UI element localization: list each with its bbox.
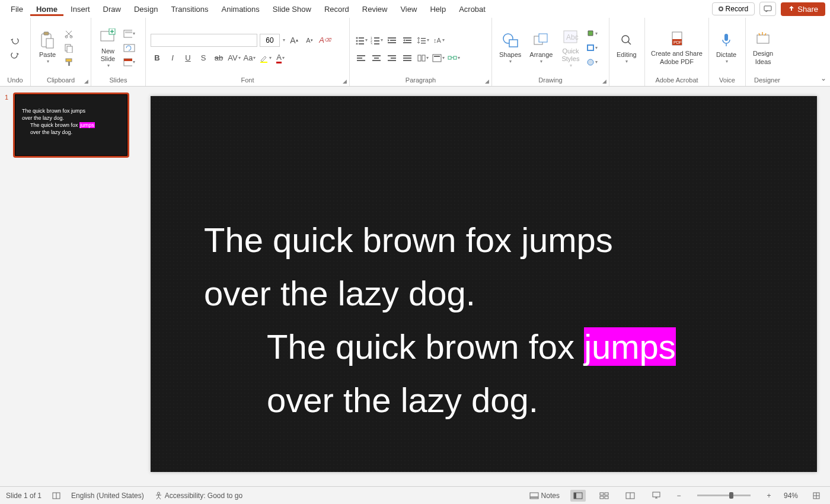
zoom-slider-thumb[interactable] — [729, 492, 733, 499]
shape-fill-button[interactable]: ▾ — [586, 28, 598, 40]
copy-button[interactable] — [63, 42, 75, 54]
shape-effects-button[interactable]: ▾ — [586, 56, 598, 68]
align-text-button[interactable]: ▾ — [432, 52, 445, 65]
status-book-icon[interactable] — [52, 492, 60, 500]
menubar: File Home Insert Draw Design Transitions… — [0, 0, 830, 18]
strike-button[interactable]: ab — [212, 52, 225, 65]
svg-rect-16 — [260, 62, 267, 63]
reset-button[interactable] — [123, 42, 135, 54]
menu-design[interactable]: Design — [128, 2, 164, 16]
slide-editor-area[interactable]: The quick brown fox jumps over the lazy … — [138, 87, 830, 486]
fit-window-button[interactable] — [809, 490, 824, 502]
justify-button[interactable] — [401, 52, 414, 65]
font-size-chevron-down-icon[interactable]: ▾ — [283, 37, 285, 43]
reading-view-button[interactable] — [622, 490, 638, 502]
status-slide-number[interactable]: Slide 1 of 1 — [6, 492, 42, 500]
shape-outline-button[interactable]: ▾ — [586, 42, 598, 54]
paste-button[interactable]: Paste ▾ — [36, 30, 59, 66]
numbering-button[interactable]: 123▾ — [370, 34, 383, 47]
menu-draw[interactable]: Draw — [97, 2, 127, 16]
menu-record[interactable]: Record — [318, 2, 355, 16]
clipboard-dialog-launcher[interactable]: ◢ — [82, 78, 90, 85]
char-spacing-button[interactable]: AV▾ — [228, 52, 241, 65]
design-ideas-button[interactable]: Design Ideas — [751, 28, 775, 66]
slide-thumbnail-1[interactable]: The quick brown fox jumps over the lazy … — [13, 92, 129, 158]
arrange-icon — [532, 31, 551, 50]
create-pdf-button[interactable]: PDF Create and Share Adobe PDF — [650, 28, 704, 66]
bullets-button[interactable]: ▾ — [355, 34, 368, 47]
align-right-button[interactable] — [385, 52, 398, 65]
format-painter-button[interactable] — [63, 56, 75, 68]
menu-file[interactable]: File — [5, 2, 29, 16]
columns-button[interactable]: ▾ — [416, 52, 429, 65]
dictate-button[interactable]: Dictate▾ — [714, 30, 739, 66]
menu-review[interactable]: Review — [356, 2, 394, 16]
svg-rect-12 — [125, 31, 132, 33]
svg-rect-46 — [391, 58, 396, 59]
new-slide-button[interactable]: New Slide ▾ — [96, 26, 120, 70]
menu-help[interactable]: Help — [424, 2, 452, 16]
increase-indent-button[interactable] — [401, 34, 414, 47]
font-size-input[interactable] — [260, 34, 280, 47]
status-language[interactable]: English (United States) — [71, 492, 144, 500]
italic-button[interactable]: I — [166, 52, 179, 65]
svg-point-21 — [356, 43, 357, 44]
align-center-button[interactable] — [370, 52, 383, 65]
shadow-button[interactable]: S — [197, 52, 210, 65]
section-button[interactable]: ▾ — [123, 56, 135, 68]
slide-textbox[interactable]: The quick brown fox jumps over the lazy … — [204, 213, 781, 427]
status-accessibility[interactable]: Accessibility: Good to go — [155, 492, 242, 500]
normal-view-button[interactable] — [570, 490, 586, 502]
font-name-input[interactable] — [151, 34, 257, 47]
collapse-ribbon-button[interactable]: ⌄ — [821, 74, 826, 82]
comments-button[interactable] — [759, 2, 776, 16]
menu-insert[interactable]: Insert — [65, 2, 96, 16]
decrease-font-button[interactable]: A▾ — [303, 34, 316, 47]
notes-button[interactable]: Notes — [529, 492, 560, 500]
drawing-dialog-launcher[interactable]: ◢ — [601, 78, 608, 85]
zoom-in-button[interactable]: + — [765, 492, 773, 500]
text-direction-button[interactable]: ↕A▾ — [432, 34, 445, 47]
thumbnail-pane[interactable]: 1 The quick brown fox jumps over the laz… — [0, 87, 138, 486]
font-color-button[interactable]: A▾ — [274, 52, 287, 65]
underline-button[interactable]: U — [181, 52, 194, 65]
zoom-percent[interactable]: 94% — [784, 492, 798, 500]
increase-font-button[interactable]: A▴ — [288, 34, 301, 47]
menu-animations[interactable]: Animations — [216, 2, 266, 16]
align-left-button[interactable] — [355, 52, 368, 65]
sorter-view-button[interactable] — [596, 490, 612, 502]
cut-button[interactable] — [63, 28, 75, 40]
record-button[interactable]: Record — [712, 2, 755, 15]
share-button[interactable]: Share — [781, 2, 825, 16]
layout-button[interactable]: ▾ — [123, 28, 135, 40]
smartart-button[interactable]: ▾ — [447, 52, 460, 65]
redo-button[interactable] — [9, 49, 21, 61]
comment-icon — [764, 5, 772, 12]
arrange-button[interactable]: Arrange▾ — [527, 30, 555, 66]
change-case-button[interactable]: Aa▾ — [243, 52, 256, 65]
menu-home[interactable]: Home — [30, 2, 63, 16]
zoom-out-button[interactable]: − — [675, 492, 683, 500]
menu-slideshow[interactable]: Slide Show — [267, 2, 317, 16]
undo-button[interactable] — [9, 35, 21, 47]
svg-rect-26 — [374, 40, 379, 42]
line-spacing-button[interactable]: ▾ — [416, 34, 429, 47]
slide-canvas[interactable]: The quick brown fox jumps over the lazy … — [151, 96, 817, 472]
shapes-button[interactable]: Shapes▾ — [497, 30, 523, 66]
menu-acrobat[interactable]: Acrobat — [453, 2, 491, 16]
editing-button[interactable]: Editing▾ — [614, 30, 639, 66]
zoom-slider[interactable] — [697, 495, 751, 496]
svg-rect-63 — [588, 45, 593, 50]
decrease-indent-button[interactable] — [385, 34, 398, 47]
slideshow-view-button[interactable] — [649, 490, 664, 502]
svg-rect-11 — [124, 30, 132, 37]
highlight-button[interactable]: ▾ — [258, 52, 272, 65]
paragraph-dialog-launcher[interactable]: ◢ — [483, 78, 490, 85]
font-dialog-launcher[interactable]: ◢ — [341, 78, 348, 85]
quick-styles-button[interactable]: Abc Quick Styles▾ — [558, 26, 582, 70]
bold-button[interactable]: B — [151, 52, 164, 65]
menu-view[interactable]: View — [394, 2, 423, 16]
clear-format-button[interactable]: A⌫ — [318, 34, 331, 47]
svg-rect-36 — [421, 40, 426, 42]
menu-transitions[interactable]: Transitions — [165, 2, 214, 16]
